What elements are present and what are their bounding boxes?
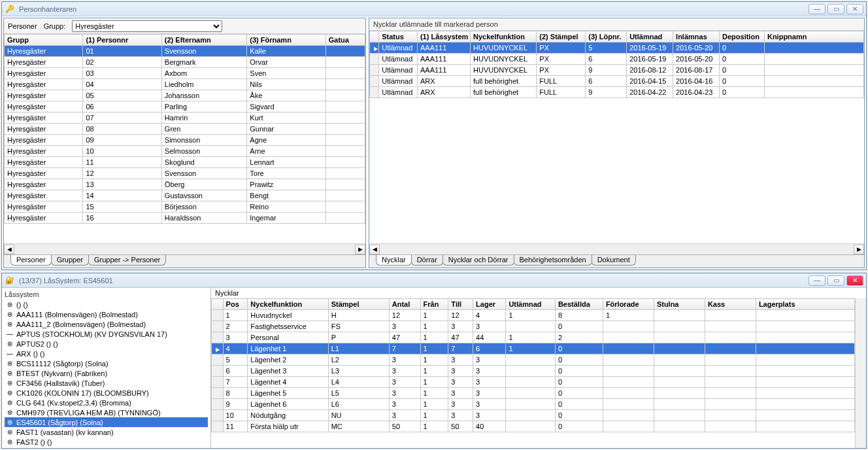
table-row[interactable]: Hyresgäster10SelmossonArne (5, 146, 365, 157)
column-header[interactable]: Kass (705, 299, 756, 310)
keys-out-grid[interactable]: Status(1) LåssystemNyckelfunktion(2) Stä… (369, 31, 864, 243)
grupp-select[interactable]: Hyresgäster (72, 20, 222, 32)
column-header[interactable]: Stulna (654, 299, 705, 310)
tree-item[interactable]: ⊜CK1026 (KOLONIN 17) (BLOOMSBURY) (5, 388, 208, 398)
close-button[interactable]: ✕ (846, 275, 863, 286)
column-header[interactable]: (3) Löpnr. (586, 31, 627, 43)
maximize-button[interactable]: ▭ (827, 275, 844, 286)
table-row[interactable]: UtlämnadAAA111HUVUDNYCKELPX92016-08-1220… (370, 65, 864, 76)
tree-item[interactable]: ⊜BTEST (Nykvarn) (Fabriken) (5, 368, 208, 378)
locksystem-tree[interactable]: Låssystem ⊜() ()⊜AAA111 (Bolmensvägen) (… (2, 288, 211, 448)
tab-dokument[interactable]: Dokument (592, 255, 636, 266)
column-header[interactable]: Beställda (555, 299, 603, 310)
table-row[interactable]: 6Lägenhet 3L331330 (212, 366, 855, 377)
table-row[interactable]: Hyresgäster06ParlingSigvard (5, 101, 365, 113)
table-row[interactable]: Hyresgäster07HamrinKurt (5, 113, 365, 124)
tab-beh-righetsomr-den[interactable]: Behörighetsområden (514, 255, 592, 266)
column-header[interactable]: Deposition (720, 31, 765, 43)
persons-hscroll[interactable]: ◀ ▶ (4, 243, 365, 254)
scroll-left-icon[interactable]: ◀ (369, 245, 380, 254)
table-row[interactable]: UtlämnadARXfull behörighetFULL62016-04-1… (370, 76, 864, 87)
tree-item[interactable]: ⊜CF3456 (Hallstavik) (Tuber) (5, 378, 208, 388)
column-header[interactable]: Knippnamn (764, 31, 863, 43)
table-row[interactable]: UtlämnadARXfull behörighetFULL92016-04-2… (370, 87, 864, 98)
tree-item[interactable]: ⊜() () (5, 300, 208, 309)
table-row[interactable]: 5Lägenhet 2L231330 (212, 355, 855, 366)
table-row[interactable]: Hyresgäster03AxbomSven (5, 68, 365, 79)
column-header[interactable]: Stämpel (328, 299, 389, 310)
column-header[interactable]: Lager (473, 299, 506, 310)
tab-d-rrar[interactable]: Dörrar (411, 255, 443, 266)
table-row[interactable]: 2FastighetsserviceFS31330 (212, 321, 855, 332)
close-button[interactable]: ✕ (846, 4, 863, 14)
column-header[interactable]: Nyckelfunktion (471, 31, 537, 43)
table-row[interactable]: Hyresgäster15BörjessonReino (5, 201, 365, 213)
tree-item[interactable]: ⊜FAST1 (vasastan) (kv kannan) (5, 427, 208, 437)
column-header[interactable]: Förlorade (603, 299, 654, 310)
tree-item[interactable]: ⊜APTUS2 () () (5, 339, 208, 349)
minimize-button[interactable]: — (809, 4, 826, 14)
table-row[interactable]: UtlämnadAAA111HUVUDNYCKELPX62016-05-1920… (370, 54, 864, 65)
tree-item[interactable]: ⊜AAA111_2 (Bolmensvägen) (Bolmestad) (5, 319, 208, 329)
tree-item[interactable]: ⊜BCS11112 (Sågtorp) (Solna) (5, 358, 208, 368)
tab-nycklar-och-d-rrar[interactable]: Nycklar och Dörrar (442, 255, 514, 266)
tab-nycklar[interactable]: Nycklar (376, 255, 412, 266)
scroll-left-icon[interactable]: ◀ (4, 245, 14, 254)
table-row[interactable]: Hyresgäster01SvenssonKalle (5, 46, 365, 57)
table-row[interactable]: Hyresgäster02BergmarkOrvar (5, 57, 365, 68)
column-header[interactable]: (1) Låssystem (417, 31, 470, 43)
column-header[interactable]: (2) Stämpel (537, 31, 586, 43)
maximize-button[interactable]: ▭ (827, 4, 844, 14)
minimize-button[interactable]: — (809, 275, 826, 286)
tree-item[interactable]: —ARX () () (5, 349, 208, 358)
column-header[interactable]: Gatua (326, 35, 365, 46)
column-header[interactable]: (1) Personnr (83, 35, 161, 46)
tree-item[interactable]: —APTUS (STOCKHOLM) (KV DYGNSVILAN 17) (5, 329, 208, 339)
keys-vscroll[interactable] (855, 298, 866, 448)
column-header[interactable]: Lagerplats (756, 299, 854, 310)
tab-grupper[interactable]: Grupper (51, 255, 89, 266)
column-header[interactable]: Nyckelfunktion (248, 299, 328, 310)
tab-grupper-personer[interactable]: Grupper -> Personer (88, 255, 166, 266)
tree-item[interactable]: ⊜FAST2 () () (5, 437, 208, 447)
key-functions-grid[interactable]: PosNyckelfunktionStämpelAntalFrånTillLag… (211, 298, 855, 448)
column-header[interactable]: (2) Efternamn (161, 35, 246, 46)
tree-item[interactable]: ⊜CMH979 (TREVLIGA HEM AB) (TYNNINGÖ) (5, 407, 208, 417)
persons-grid[interactable]: Grupp(1) Personnr(2) Efternamn(3) Förnam… (4, 34, 365, 243)
table-row[interactable]: Hyresgäster12SvenssonTore (5, 168, 365, 179)
table-row[interactable]: 8Lägenhet 5L531330 (212, 388, 855, 399)
column-header[interactable]: Inlämnas (673, 31, 720, 43)
table-row[interactable]: 3PersonalP471474412 (212, 332, 855, 343)
table-row[interactable]: Hyresgäster16HaraldssonIngemar (5, 213, 365, 224)
table-row[interactable]: 10NödutgångNU31330 (212, 410, 855, 421)
keys-hscroll[interactable]: ◀ ▶ (369, 243, 864, 254)
tree-item[interactable]: ⊜ES45601 (Sågtorp) (Solna) (5, 417, 208, 427)
table-row[interactable]: Hyresgäster04LiedholmNils (5, 79, 365, 90)
table-row[interactable]: 7Lägenhet 4L431330 (212, 377, 855, 388)
column-header[interactable]: Status (379, 31, 418, 43)
column-header[interactable]: Antal (389, 299, 420, 310)
table-row[interactable]: Hyresgäster05JohanssonÅke (5, 90, 365, 101)
table-row[interactable]: Hyresgäster11SkoglundLennart (5, 157, 365, 168)
table-row[interactable]: Hyresgäster08GrenGunnar (5, 124, 365, 135)
tree-item[interactable]: ⊜AAA111 (Bolmensvägen) (Bolmestad) (5, 309, 208, 319)
table-row[interactable]: UtlämnadAAA111HUVUDNYCKELPX52016-05-1920… (370, 43, 864, 54)
table-row[interactable]: Hyresgäster13ÖbergPrawitz (5, 179, 365, 190)
tab-personer[interactable]: Personer (10, 255, 52, 266)
table-row[interactable]: 9Lägenhet 6L631330 (212, 399, 855, 410)
column-header[interactable]: (3) Förnamn (247, 35, 326, 46)
scroll-right-icon[interactable]: ▶ (355, 245, 365, 254)
column-header[interactable] (212, 299, 224, 310)
table-row[interactable]: Hyresgäster14GustavssonBengt (5, 190, 365, 201)
column-header[interactable]: Utlämnad (627, 31, 673, 43)
table-row[interactable]: 4Lägenhet 1L1717610 (212, 343, 855, 355)
table-row[interactable]: Hyresgäster09SimonssonAgne (5, 135, 365, 146)
scroll-right-icon[interactable]: ▶ (854, 245, 864, 254)
column-header[interactable]: Till (448, 299, 473, 310)
table-row[interactable]: 11Första hiälp utrMC50150400 (212, 421, 855, 432)
column-header[interactable]: Utlämnad (506, 299, 555, 310)
table-row[interactable]: 1HuvudnyckelH121124181 (212, 310, 855, 321)
column-header[interactable]: Från (420, 299, 448, 310)
column-header[interactable]: Pos (223, 299, 248, 310)
tree-item[interactable]: ⊜CLG 641 (Kv.stopet2,3,4) (Bromma) (5, 398, 208, 407)
